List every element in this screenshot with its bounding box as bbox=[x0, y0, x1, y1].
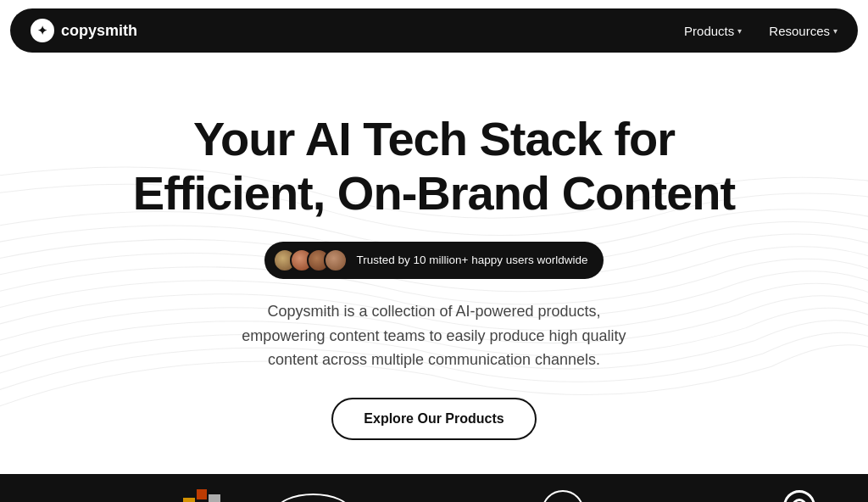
products-chevron-icon: ▾ bbox=[737, 26, 742, 36]
target-outer-ring-icon bbox=[783, 490, 815, 502]
resources-chevron-icon: ▾ bbox=[833, 26, 837, 36]
resources-label: Resources bbox=[769, 24, 830, 38]
cta-button[interactable]: Explore Our Products bbox=[331, 398, 536, 440]
hero-content: Your AI Tech Stack for Efficient, On-Bra… bbox=[17, 112, 851, 440]
svg-rect-2 bbox=[209, 494, 220, 502]
brand-target: target bbox=[783, 490, 815, 502]
avatar-group bbox=[273, 248, 348, 272]
hero-headline: Your AI Tech Stack for Efficient, On-Bra… bbox=[17, 112, 851, 221]
logo[interactable]: ✦ copysmith bbox=[31, 19, 137, 42]
logo-icon: ✦ bbox=[31, 19, 54, 42]
pwc-logo-icon bbox=[183, 489, 220, 502]
brand-ford: Ford bbox=[275, 494, 351, 502]
products-label: Products bbox=[684, 24, 734, 38]
navigation: ✦ copysmith Products ▾ Resources ▾ bbox=[10, 8, 858, 53]
trust-text: Trusted by 10 million+ happy users world… bbox=[356, 254, 587, 266]
hero-description: Copysmith is a collection of AI-powered … bbox=[231, 299, 637, 372]
brand-dell: DELL bbox=[542, 490, 584, 502]
headline-line2: Efficient, On-Brand Content bbox=[133, 166, 735, 220]
logo-text: copysmith bbox=[61, 22, 137, 40]
trust-badge: Trusted by 10 million+ happy users world… bbox=[264, 242, 603, 279]
headline-line1: Your AI Tech Stack for bbox=[193, 112, 675, 165]
svg-rect-1 bbox=[197, 489, 207, 499]
nav-links: Products ▾ Resources ▾ bbox=[684, 24, 837, 38]
products-menu[interactable]: Products ▾ bbox=[684, 24, 742, 38]
avatar bbox=[324, 248, 348, 272]
brands-bar: coursera pwc Ford Marshalls DELL Payonee… bbox=[0, 474, 868, 502]
brand-pwc: pwc bbox=[183, 489, 220, 502]
resources-menu[interactable]: Resources ▾ bbox=[769, 24, 837, 38]
hero-section: Your AI Tech Stack for Efficient, On-Bra… bbox=[0, 61, 868, 474]
target-inner-ring-icon bbox=[792, 499, 807, 502]
svg-rect-0 bbox=[183, 498, 195, 502]
ford-oval: Ford bbox=[275, 494, 351, 502]
dell-oval: DELL bbox=[542, 490, 584, 502]
